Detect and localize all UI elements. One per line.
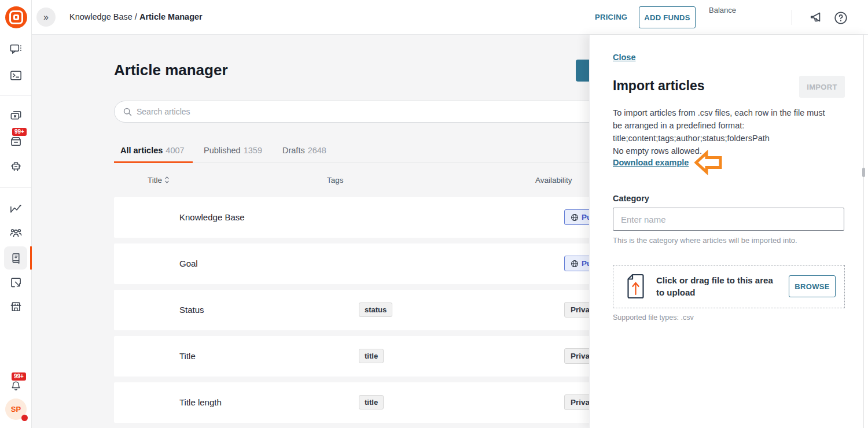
dropzone-text: Click or drag file to this area to uploa… [656, 274, 773, 298]
left-sidebar: 99+ 99+ SP [0, 0, 32, 428]
inbox-icon[interactable] [9, 135, 23, 148]
balance-label: Balance [709, 6, 736, 14]
inbox-badge: 99+ [12, 128, 27, 136]
scrollbar-track [863, 35, 864, 428]
tab-count: 1359 [244, 146, 262, 155]
tab-drafts[interactable]: Drafts2648 [282, 146, 326, 155]
bot-icon[interactable] [9, 160, 23, 174]
add-funds-button[interactable]: ADD FUNDS [639, 6, 696, 28]
globe-icon [571, 213, 579, 222]
supported-file-types: Supported file types: .csv [613, 313, 694, 322]
file-dropzone[interactable]: Click or drag file to this area to uploa… [613, 265, 845, 308]
audience-icon[interactable] [9, 226, 23, 239]
panel-title: Import articles [613, 78, 705, 94]
sidebar-divider [0, 95, 31, 96]
avatar-status-dot [21, 415, 28, 421]
terminal-icon[interactable] [9, 69, 23, 82]
collapse-sidebar-button[interactable]: » [36, 8, 56, 27]
breadcrumb-section[interactable]: Knowledge Base / [69, 12, 139, 21]
chevron-double-right-icon: » [43, 12, 49, 23]
tag-chip: title [359, 349, 384, 363]
active-tab-underline [114, 161, 193, 163]
pricing-link[interactable]: PRICING [595, 13, 627, 21]
chat-icon[interactable] [9, 43, 23, 56]
flows-icon[interactable] [9, 276, 23, 289]
category-help-text: This is the category where articles will… [613, 236, 797, 245]
table-row[interactable]: Title title Private [114, 336, 612, 377]
tab-all-articles[interactable]: All articles4007 [120, 146, 185, 155]
download-example-link[interactable]: Download example [613, 158, 689, 167]
notifications-bell-icon[interactable] [9, 379, 23, 393]
top-header-bar: » Knowledge Base / Article Manager PRICI… [32, 0, 868, 35]
app-window: 99+ 99+ SP » K [0, 0, 868, 428]
browse-button[interactable]: BROWSE [789, 275, 836, 297]
table-row[interactable]: Goal Public [114, 243, 612, 284]
table-row[interactable]: Knowledge Base Public [114, 197, 612, 238]
article-title: Title [179, 351, 196, 361]
article-title: Status [179, 305, 204, 315]
table-row[interactable]: Title length title Private [114, 382, 612, 423]
upload-file-icon [627, 274, 644, 299]
article-title: Knowledge Base [179, 212, 245, 222]
article-title: Goal [179, 259, 198, 268]
help-icon[interactable] [833, 10, 848, 25]
column-header-title[interactable]: Title [148, 176, 170, 185]
tag-chip: status [359, 302, 392, 317]
annotation-arrow-left-icon [694, 149, 722, 176]
header-divider [792, 10, 792, 25]
import-articles-panel: Close Import articles IMPORT To import a… [589, 35, 868, 428]
marketplace-icon[interactable] [9, 300, 23, 313]
analytics-icon[interactable] [9, 202, 23, 215]
conversations-icon[interactable] [9, 109, 23, 123]
announcements-megaphone-icon[interactable] [809, 10, 824, 25]
column-header-tags: Tags [327, 176, 344, 185]
breadcrumb-current: Article Manager [139, 12, 203, 21]
search-input[interactable] [137, 102, 588, 121]
breadcrumb: Knowledge Base / Article Manager [69, 12, 203, 21]
tab-published[interactable]: Published1359 [204, 146, 262, 155]
search-bar [114, 101, 606, 123]
article-title: Title length [179, 397, 222, 407]
globe-icon [571, 260, 579, 268]
notifications-badge: 99+ [12, 372, 26, 381]
close-panel-link[interactable]: Close [613, 53, 636, 62]
sort-icon[interactable] [164, 176, 170, 183]
scrollbar-thumb[interactable] [862, 168, 865, 177]
brand-logo-icon[interactable] [5, 6, 27, 28]
import-button[interactable]: IMPORT [799, 76, 845, 98]
search-icon [123, 107, 133, 117]
tag-chip: title [359, 395, 384, 409]
sidebar-divider [0, 187, 31, 188]
category-label: Category [613, 194, 649, 203]
import-description: To import articles from .csv files, each… [613, 106, 842, 157]
tab-count: 2648 [308, 146, 326, 155]
category-name-input[interactable] [613, 208, 844, 231]
table-row[interactable]: Status status Private [114, 290, 612, 330]
knowledge-base-icon[interactable] [9, 252, 23, 265]
page-title: Article manager [114, 61, 228, 79]
column-header-availability: Availability [535, 176, 572, 185]
tab-count: 4007 [165, 146, 184, 155]
sidebar-active-indicator [30, 246, 32, 270]
